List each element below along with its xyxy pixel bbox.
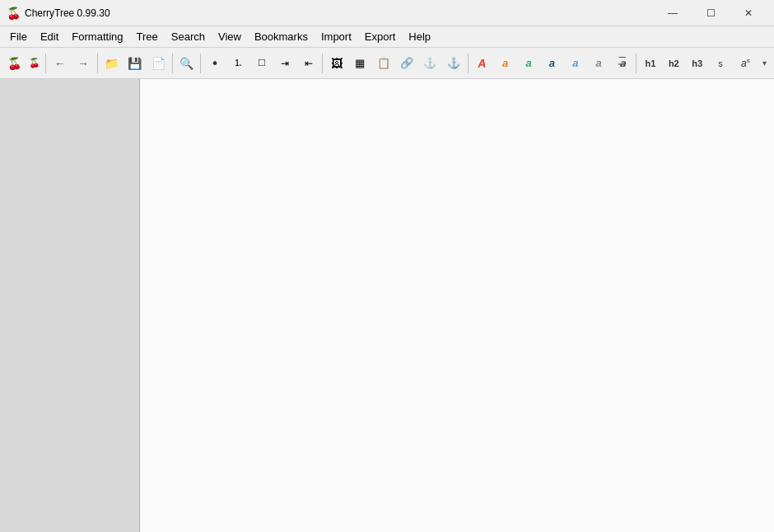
separator-7 (636, 54, 636, 73)
menu-import[interactable]: Import (315, 28, 358, 46)
indent-button[interactable]: ⇥ (273, 52, 296, 75)
toolbar-more-button[interactable]: ▾ (759, 52, 771, 75)
close-button[interactable]: ✕ (730, 0, 767, 26)
separator-2 (97, 54, 98, 73)
back-button[interactable]: ← (49, 52, 71, 75)
insert-anchor-button[interactable]: ⚓ (419, 52, 441, 75)
toolbar: 🍒 🍒 ← → 📁 💾 📄 🔍 • 1. ☐ ⇥ ⇤ (0, 48, 774, 79)
insert-toc-button[interactable]: ⚓ (442, 52, 464, 75)
titlebar: 🍒 CherryTree 0.99.30 — ☐ ✕ (0, 0, 774, 26)
open-document-button[interactable]: 🍒 (26, 52, 43, 75)
heading3-button[interactable]: h3 (686, 52, 708, 75)
menu-bookmarks[interactable]: Bookmarks (248, 28, 315, 46)
format-orange-button[interactable]: a (494, 52, 516, 75)
separator-3 (172, 54, 173, 73)
format-red-button[interactable]: A (471, 52, 493, 75)
heading1-button[interactable]: h1 (639, 52, 661, 75)
sidebar (0, 79, 140, 532)
format-green-button[interactable]: a (517, 52, 539, 75)
find-button[interactable]: 🔍 (175, 52, 198, 75)
format-blue-button[interactable]: a (564, 52, 586, 75)
main-area (0, 79, 774, 532)
todo-list-button[interactable]: ☐ (250, 52, 273, 75)
menu-export[interactable]: Export (358, 28, 403, 46)
numbered-list-button[interactable]: 1. (227, 52, 249, 75)
app-title: CherryTree 0.99.30 (25, 7, 654, 19)
menu-search[interactable]: Search (165, 28, 212, 46)
separator-6 (468, 54, 469, 73)
app-icon: 🍒 (7, 7, 20, 20)
forward-button[interactable]: → (72, 52, 94, 75)
open-folder-button[interactable]: 📁 (100, 52, 123, 75)
separator-5 (322, 54, 323, 73)
format-strikethrough-button[interactable]: a̶ (611, 52, 633, 75)
menu-file[interactable]: File (3, 28, 34, 46)
save-button[interactable]: 💾 (124, 52, 146, 75)
bullet-list-button[interactable]: • (203, 52, 226, 75)
insert-link-button[interactable]: 🔗 (395, 52, 417, 75)
menu-tree[interactable]: Tree (130, 28, 165, 46)
menu-formatting[interactable]: Formatting (65, 28, 129, 46)
menu-help[interactable]: Help (402, 28, 437, 46)
small-button[interactable]: s (709, 52, 731, 75)
menu-edit[interactable]: Edit (34, 28, 65, 46)
insert-table-button[interactable]: ▦ (349, 52, 371, 75)
insert-image-button[interactable]: 🖼 (325, 52, 347, 75)
export-button[interactable]: 📄 (147, 52, 170, 75)
content-area[interactable] (140, 79, 774, 532)
maximize-button[interactable]: ☐ (692, 0, 730, 26)
superscript-button[interactable]: as (733, 52, 758, 75)
format-gray-button[interactable]: a (587, 52, 609, 75)
format-darkblue-button[interactable]: a (541, 52, 563, 75)
separator-1 (45, 54, 46, 73)
new-document-button[interactable]: 🍒 (3, 52, 26, 75)
menu-view[interactable]: View (212, 28, 248, 46)
insert-codebox-button[interactable]: 📋 (372, 52, 394, 75)
unindent-button[interactable]: ⇤ (297, 52, 319, 75)
window-controls: — ☐ ✕ (654, 0, 767, 26)
heading2-button[interactable]: h2 (663, 52, 685, 75)
menubar: File Edit Formatting Tree Search View Bo… (0, 26, 774, 48)
minimize-button[interactable]: — (654, 0, 692, 26)
separator-4 (200, 54, 201, 73)
